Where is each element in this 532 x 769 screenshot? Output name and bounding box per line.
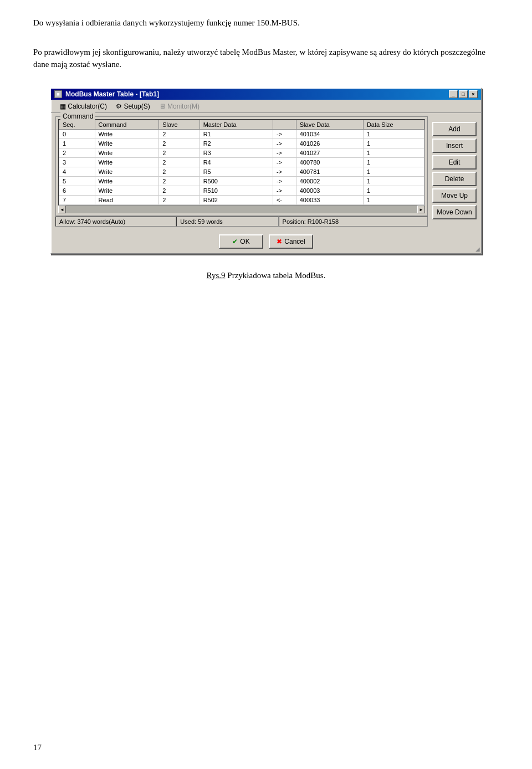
cell-seq: 6 (59, 186, 95, 195)
close-button[interactable]: × (469, 90, 478, 98)
monitor-icon: 🖥 (159, 102, 166, 110)
dialog-titlebar: ■ ModBus Master Table - [Tab1] _ □ × (51, 89, 481, 100)
cell-arrow: -> (273, 186, 296, 195)
cell-slave-data: 401034 (296, 129, 363, 139)
command-group: Command Seq. Command Slave Master Data (55, 116, 428, 227)
status-bar: Allow: 3740 words(Auto) Used: 59 words P… (55, 216, 428, 227)
menu-setup-label: Setup(S) (124, 102, 150, 110)
scroll-left-button[interactable]: ◄ (58, 206, 66, 213)
col-seq: Seq. (59, 120, 95, 129)
table-row[interactable]: 7 Read 2 R502 <- 400033 1 (59, 195, 424, 204)
status-used: Used: 59 words (176, 217, 278, 227)
menubar: ▦ Calculator(C) ⚙ Setup(S) 🖥 Monitor(M) (51, 100, 481, 113)
table-row[interactable]: 6 Write 2 R510 -> 400003 1 (59, 186, 424, 195)
cell-data-size: 1 (363, 148, 424, 157)
col-command: Command (95, 120, 159, 129)
cancel-button[interactable]: ✖ Cancel (269, 234, 313, 249)
menu-setup[interactable]: ⚙ Setup(S) (111, 101, 155, 111)
cancel-label: Cancel (284, 238, 305, 245)
setup-icon: ⚙ (116, 102, 122, 110)
cell-slave-data: 400033 (296, 195, 363, 204)
cell-command: Write (95, 157, 159, 167)
table-row[interactable]: 1 Write 2 R2 -> 401026 1 (59, 139, 424, 148)
horizontal-scrollbar[interactable]: ◄ ► (58, 206, 425, 213)
cell-seq: 3 (59, 157, 95, 167)
table-wrapper[interactable]: Seq. Command Slave Master Data Slave Dat… (58, 119, 425, 206)
cell-seq: 5 (59, 176, 95, 186)
cell-command: Write (95, 148, 159, 157)
minimize-button[interactable]: _ (449, 90, 458, 98)
paragraph1: Do wysyłania i odbierania danych wykorzy… (33, 17, 499, 29)
cell-arrow: <- (273, 195, 296, 204)
paragraph2: Po prawidłowym jej skonfigurowaniu, nale… (33, 46, 499, 71)
cell-arrow: -> (273, 176, 296, 186)
menu-calculator-label: Calculator(C) (68, 102, 107, 110)
ok-button[interactable]: ✔ OK (219, 234, 263, 249)
cell-slave: 2 (159, 195, 200, 204)
titlebar-buttons: _ □ × (449, 90, 478, 98)
cell-arrow: -> (273, 157, 296, 167)
cell-seq: 0 (59, 129, 95, 139)
cell-seq: 2 (59, 148, 95, 157)
ok-label: OK (240, 238, 249, 245)
cell-slave-data: 400781 (296, 167, 363, 176)
cell-master-data: R5 (200, 167, 273, 176)
cell-command: Write (95, 176, 159, 186)
table-row[interactable]: 5 Write 2 R500 -> 400002 1 (59, 176, 424, 186)
table-row[interactable]: 0 Write 2 R1 -> 401034 1 (59, 129, 424, 139)
col-data-size: Data Size (363, 120, 424, 129)
resize-handle[interactable]: ◢ (475, 246, 480, 252)
table-row[interactable]: 2 Write 2 R3 -> 401027 1 (59, 148, 424, 157)
cell-slave: 2 (159, 167, 200, 176)
table-row[interactable]: 3 Write 2 R4 -> 400780 1 (59, 157, 424, 167)
cell-data-size: 1 (363, 176, 424, 186)
group-label: Command (60, 112, 95, 120)
cell-command: Write (95, 186, 159, 195)
title-icon: ■ (54, 90, 62, 98)
maximize-button[interactable]: □ (459, 90, 468, 98)
cell-command: Write (95, 139, 159, 148)
side-buttons: Add Insert Edit Delete Move Up Move Down (432, 116, 477, 227)
delete-button[interactable]: Delete (432, 172, 477, 186)
table-header-row: Seq. Command Slave Master Data Slave Dat… (59, 120, 424, 129)
cell-command: Write (95, 167, 159, 176)
ok-icon: ✔ (232, 238, 238, 245)
scroll-right-button[interactable]: ► (417, 206, 425, 213)
calculator-icon: ▦ (60, 102, 66, 110)
menu-monitor-label: Monitor(M) (167, 102, 200, 110)
scroll-track[interactable] (66, 206, 417, 213)
dialog-title: ModBus Master Table - [Tab1] (65, 90, 159, 98)
cell-data-size: 1 (363, 139, 424, 148)
col-master-data: Master Data (200, 120, 273, 129)
status-position: Position: R100-R158 (279, 217, 428, 227)
table-row[interactable]: 4 Write 2 R5 -> 400781 1 (59, 167, 424, 176)
move-up-button[interactable]: Move Up (432, 188, 477, 203)
insert-button[interactable]: Insert (432, 139, 477, 153)
menu-calculator[interactable]: ▦ Calculator(C) (55, 101, 111, 111)
caption-link: Rys.9 (207, 271, 226, 280)
caption-text-rest: Przykładowa tabela ModBus. (226, 271, 326, 280)
cell-arrow: -> (273, 139, 296, 148)
move-down-button[interactable]: Move Down (432, 205, 477, 219)
cell-master-data: R4 (200, 157, 273, 167)
titlebar-left: ■ ModBus Master Table - [Tab1] (54, 90, 159, 98)
command-groupbox: Command Seq. Command Slave Master Data (55, 116, 428, 216)
col-slave-data: Slave Data (296, 120, 363, 129)
cell-command: Read (95, 195, 159, 204)
edit-button[interactable]: Edit (432, 155, 477, 170)
cell-slave: 2 (159, 148, 200, 157)
modbus-master-table-dialog: ■ ModBus Master Table - [Tab1] _ □ × ▦ C… (50, 88, 482, 254)
cell-master-data: R2 (200, 139, 273, 148)
cell-slave: 2 (159, 157, 200, 167)
cell-seq: 1 (59, 139, 95, 148)
cell-slave: 2 (159, 129, 200, 139)
col-slave: Slave (159, 120, 200, 129)
cell-master-data: R502 (200, 195, 273, 204)
cell-seq: 7 (59, 195, 95, 204)
add-button[interactable]: Add (432, 122, 477, 136)
page-number: 17 (33, 743, 42, 752)
cell-master-data: R500 (200, 176, 273, 186)
menu-monitor: 🖥 Monitor(M) (155, 101, 204, 111)
cell-slave-data: 400780 (296, 157, 363, 167)
cell-slave-data: 400003 (296, 186, 363, 195)
